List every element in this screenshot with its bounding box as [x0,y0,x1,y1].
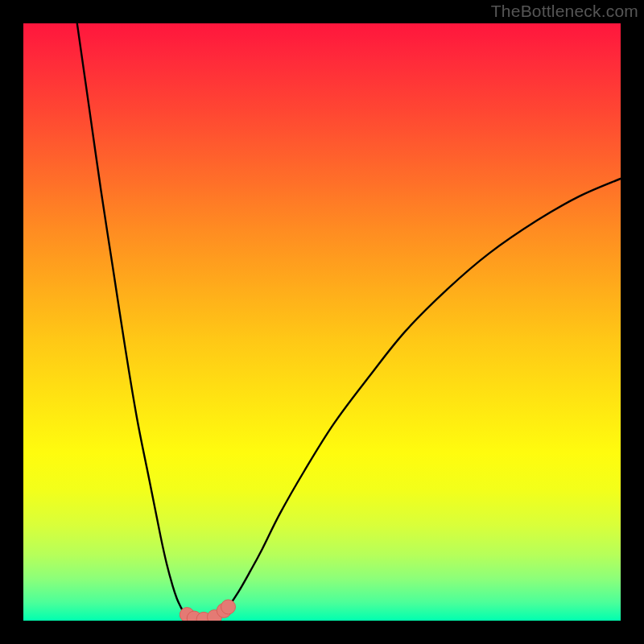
plot-area [23,23,621,621]
valley-marker-5 [221,600,236,614]
bottleneck-curve [77,23,621,619]
chart-frame: TheBottleneck.com [0,0,644,644]
curve-layer [23,23,621,621]
watermark-text: TheBottleneck.com [491,2,638,21]
